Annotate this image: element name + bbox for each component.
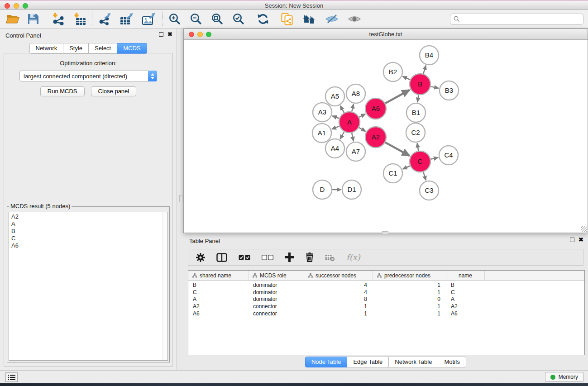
network-canvas[interactable]: B4B2BB3A8A5A6B1A3AA1C2A2A4A7C4CC1DD1C3 [184,40,588,233]
table-cell[interactable]: A [188,296,249,302]
table-cell[interactable]: dominator [249,289,304,295]
table-cell[interactable]: C [188,289,249,295]
mcds-result-item[interactable]: A6 [11,242,167,249]
table-cell[interactable]: connector [249,303,304,310]
zoom-fit-icon[interactable] [211,13,224,25]
graph-node-C4[interactable]: C4 [439,146,458,165]
graph-node-C2[interactable]: C2 [406,123,425,142]
function-builder-icon[interactable]: f(x) [346,253,360,262]
tab-select[interactable]: Select [89,43,117,54]
table-cell[interactable]: B [446,282,485,288]
mcds-result-item[interactable]: B [11,228,167,235]
graph-edge-A-A6[interactable] [359,114,365,117]
graph-node-C[interactable]: C [410,151,430,172]
zoom-out-icon[interactable] [190,13,202,25]
delete-table-icon[interactable] [325,254,335,261]
close-panel-icon[interactable]: ✖ [578,237,583,243]
search-box[interactable] [450,14,583,25]
tab-edge-table[interactable]: Edge Table [347,357,389,367]
window-resize-grip[interactable] [581,226,587,232]
graph-node-B1[interactable]: B1 [406,103,425,122]
graph-edge-C-C1[interactable] [403,166,410,169]
graph-edge-A-A1[interactable] [332,126,339,129]
table-cell[interactable]: A2 [446,303,485,310]
table-cell[interactable]: 1 [373,303,446,310]
tab-node-table[interactable]: Node Table [305,357,348,367]
export-image-icon[interactable] [142,13,156,25]
memory-button[interactable]: Memory [545,372,583,382]
float-panel-icon[interactable] [570,238,574,242]
tab-mcds[interactable]: MCDS [117,43,147,54]
graph-edge-A-A4[interactable] [340,132,344,139]
graph-node-A2[interactable]: A2 [365,127,386,148]
graph-node-D1[interactable]: D1 [342,180,361,199]
graph-node-A7[interactable]: A7 [346,142,365,161]
table-cell[interactable]: 0 [373,296,446,302]
run-mcds-button[interactable]: Run MCDS [40,86,85,96]
tab-network[interactable]: Network [29,43,63,54]
graph-edge-A-A5[interactable] [340,106,344,113]
graph-node-A8[interactable]: A8 [346,84,365,103]
graph-node-D[interactable]: D [313,180,332,199]
table-cell[interactable]: 4 [304,282,373,288]
table-cell[interactable]: B [188,282,249,288]
table-row[interactable]: Bdominator41B [188,281,584,289]
graph-edge-B-B1[interactable] [417,95,418,102]
table-cell[interactable]: C [446,289,485,295]
open-session-icon[interactable] [6,13,19,25]
graph-node-A[interactable]: A [339,112,360,133]
graph-node-C3[interactable]: C3 [420,181,439,200]
graph-node-A1[interactable]: A1 [312,124,331,143]
mcds-result-item[interactable]: A2 [11,213,167,220]
graph-edge-C-C2[interactable] [417,143,419,151]
select-all-checkbox-icon[interactable] [239,255,250,260]
delete-columns-icon[interactable] [306,253,314,262]
table-row[interactable]: Adominator80A [188,295,584,303]
split-view-icon[interactable] [216,253,227,262]
column-header-predecessor-nodes[interactable]: predecessor nodes [373,271,446,280]
export-network-icon[interactable] [98,13,112,25]
table-row[interactable]: A6connector11A6 [188,310,584,317]
table-cell[interactable]: dominator [249,282,304,288]
save-session-icon[interactable] [27,13,39,25]
tab-network-table[interactable]: Network Table [389,357,438,367]
table-row[interactable]: Cdominator41C [188,289,584,296]
graph-node-B2[interactable]: B2 [383,62,402,81]
graph-node-A6[interactable]: A6 [365,98,386,119]
show-all-icon[interactable] [348,14,361,24]
table-cell[interactable]: A [446,296,485,302]
graph-edge-A2-C[interactable] [385,143,409,156]
table-cell[interactable]: 1 [373,310,446,317]
criterion-dropdown[interactable]: largest connected component (directed) [19,71,157,81]
zoom-selected-icon[interactable] [232,13,245,25]
graph-edge-A-A7[interactable] [352,133,354,141]
refresh-view-icon[interactable] [257,13,269,25]
graph-node-C1[interactable]: C1 [383,164,402,183]
graph-edge-C-C3[interactable] [423,172,426,180]
splitter-handle-horizontal[interactable] [382,231,388,234]
import-table-icon[interactable] [72,13,86,25]
column-header-name[interactable]: name [446,271,485,280]
graph-node-B3[interactable]: B3 [440,81,459,100]
graph-edge-B-B4[interactable] [423,66,426,74]
new-network-from-selection-icon[interactable] [281,13,293,25]
graph-node-A5[interactable]: A5 [325,87,344,106]
graph-edge-A6-B[interactable] [385,90,409,103]
table-cell[interactable]: 4 [304,289,373,295]
table-cell[interactable]: dominator [249,296,304,302]
graph-edge-A-A8[interactable] [352,104,354,111]
table-cell[interactable]: 1 [373,282,446,288]
close-panel-button[interactable]: Close panel [91,86,137,96]
table-cell[interactable]: 8 [304,296,373,302]
show-panels-button[interactable] [5,372,18,382]
graph-edge-B-B2[interactable] [403,76,410,80]
graph-edge-C-C4[interactable] [430,157,438,159]
import-network-icon[interactable] [51,13,65,25]
column-header-shared-name[interactable]: shared name [188,271,249,280]
splitter-handle-vertical[interactable] [179,195,182,202]
float-panel-icon[interactable] [159,32,163,37]
table-cell[interactable]: connector [249,310,304,317]
graph-node-B4[interactable]: B4 [420,46,439,65]
zoom-in-icon[interactable] [168,13,181,25]
close-panel-icon[interactable]: ✖ [167,32,172,37]
